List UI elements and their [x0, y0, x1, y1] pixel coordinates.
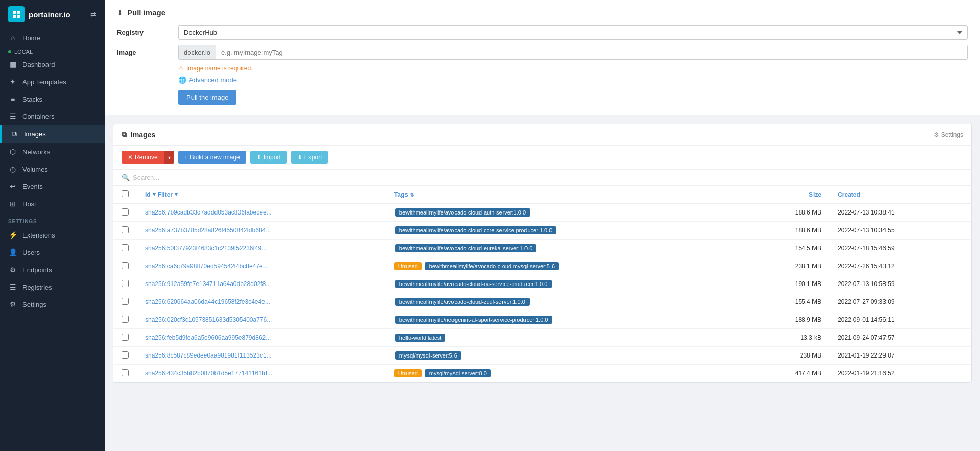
- created-col-header: Created: [838, 191, 861, 198]
- import-button[interactable]: ⬆ Import: [250, 151, 287, 164]
- sidebar-item-networks[interactable]: ⬡ Networks: [0, 143, 105, 160]
- extensions-icon: ⚡: [8, 231, 17, 239]
- tag-badge: bewithmeallmylife/avocado-cloud-oa-servi…: [395, 280, 552, 288]
- remove-button[interactable]: ✕ Remove: [122, 151, 164, 164]
- image-row: Image docker.io: [117, 45, 968, 60]
- tags-sort-icon[interactable]: ⇅: [410, 192, 414, 198]
- search-input[interactable]: [133, 174, 963, 181]
- image-id-link[interactable]: sha256:020cf3c10573851633d5305400a776...: [145, 316, 272, 323]
- svg-rect-0: [13, 11, 16, 14]
- export-button[interactable]: ⬇ Export: [291, 151, 328, 164]
- sidebar-item-home[interactable]: ⌂ Home: [0, 29, 105, 46]
- pull-image-button[interactable]: Pull the image: [178, 90, 236, 105]
- svg-rect-3: [17, 15, 20, 18]
- remove-caret-button[interactable]: ▾: [164, 151, 174, 164]
- size-col-header: Size: [809, 191, 821, 198]
- image-size-cell: 154.5 MB: [740, 240, 829, 257]
- image-id-link[interactable]: sha256:434c35b82b0870b1d5e177141161fd...: [145, 370, 272, 377]
- image-prefix: docker.io: [179, 45, 216, 59]
- image-size-cell: 238.1 MB: [740, 257, 829, 275]
- row-checkbox[interactable]: [122, 334, 129, 341]
- image-id-link[interactable]: sha256:50f377923f4683c1c2139f52236f49...: [145, 245, 267, 252]
- row-checkbox[interactable]: [122, 244, 129, 251]
- id-col-header: Id: [145, 191, 151, 198]
- transfer-icon[interactable]: ⇄: [90, 10, 97, 18]
- build-image-button[interactable]: + Build a new image: [178, 151, 246, 164]
- image-created-cell: 2022-07-26 15:43:12: [829, 257, 971, 275]
- row-checkbox[interactable]: [122, 208, 129, 216]
- image-id-cell: sha256:ca6c79a98ff70ed594542f4bc8e47e...: [137, 257, 386, 275]
- image-created-cell: 2022-07-27 09:33:09: [829, 293, 971, 311]
- image-size-cell: 190.1 MB: [740, 275, 829, 293]
- image-id-cell: sha256:50f377923f4683c1c2139f52236f49...: [137, 240, 386, 257]
- filter-icon[interactable]: ▾: [153, 191, 156, 198]
- image-created-cell: 2022-01-19 21:16:52: [829, 365, 971, 383]
- image-id-cell: sha256:020cf3c10573851633d5305400a776...: [137, 311, 386, 329]
- table-row: sha256:7b9cadb33d7addd053ac806fabecee...…: [113, 203, 971, 222]
- image-input[interactable]: [216, 45, 967, 59]
- image-id-link[interactable]: sha256:8c587c89edee0aa981981f113523c1...: [145, 352, 272, 359]
- select-all-checkbox[interactable]: [122, 190, 129, 197]
- row-checkbox[interactable]: [122, 262, 129, 269]
- sidebar-item-events[interactable]: ↩ Events: [0, 178, 105, 195]
- import-icon: ⬆: [256, 154, 261, 161]
- row-checkbox[interactable]: [122, 280, 129, 287]
- row-checkbox[interactable]: [122, 316, 129, 323]
- app-title: portainer.io: [29, 10, 70, 19]
- section-settings-link[interactable]: ⚙ Settings: [934, 131, 963, 138]
- host-icon: ⊞: [8, 200, 17, 208]
- pull-image-section: ⬇ Pull image Registry DockerHub Image do…: [105, 0, 980, 115]
- image-id-cell: sha256:7b9cadb33d7addd053ac806fabecee...: [137, 203, 386, 222]
- advanced-mode-link[interactable]: 🌐 Advanced mode: [178, 76, 968, 84]
- svg-rect-2: [13, 15, 16, 18]
- main-content: ⬇ Pull image Registry DockerHub Image do…: [105, 0, 980, 451]
- sidebar-item-dashboard[interactable]: ▦ Dashboard: [0, 56, 105, 73]
- sidebar-item-users[interactable]: 👤 Users: [0, 244, 105, 261]
- table-row: sha256:020cf3c10573851633d5305400a776...…: [113, 311, 971, 329]
- image-id-link[interactable]: sha256:ca6c79a98ff70ed594542f4bc8e47e...: [145, 263, 268, 270]
- dashboard-icon: ▦: [8, 60, 17, 68]
- image-id-link[interactable]: sha256:a737b3785d28a826f4550842fdb684...: [145, 227, 271, 234]
- events-icon: ↩: [8, 182, 17, 191]
- row-checkbox[interactable]: [122, 369, 129, 376]
- sidebar-item-volumes[interactable]: ◷ Volumes: [0, 160, 105, 178]
- tag-badge: bewithmeallmylife/avocado-cloud-eureka-s…: [395, 244, 536, 252]
- tag-badge: hello-world:latest: [395, 334, 446, 342]
- sidebar-item-registries[interactable]: ☰ Registries: [0, 278, 105, 296]
- sidebar-item-extensions[interactable]: ⚡ Extensions: [0, 226, 105, 244]
- sidebar-item-images[interactable]: ⧉ Images: [0, 125, 105, 143]
- filter-funnel-icon[interactable]: ▾: [175, 191, 178, 198]
- image-size-cell: 155.4 MB: [740, 293, 829, 311]
- image-created-cell: 2022-09-01 14:56:11: [829, 311, 971, 329]
- image-id-link[interactable]: sha256:7b9cadb33d7addd053ac806fabecee...: [145, 209, 272, 216]
- tag-badge: bewithmeallmylife/avocado-cloud-auth-ser…: [395, 208, 530, 217]
- sidebar-item-containers[interactable]: ☰ Containers: [0, 108, 105, 125]
- sidebar: portainer.io ⇄ ⌂ Home LOCAL ▦ Dashboard …: [0, 0, 105, 451]
- image-tags-cell: bewithmeallmylife/avocado-cloud-zuul-ser…: [386, 293, 741, 311]
- remove-button-group: ✕ Remove ▾: [122, 151, 174, 164]
- sidebar-item-stacks[interactable]: ≡ Stacks: [0, 90, 105, 108]
- sidebar-item-host[interactable]: ⊞ Host: [0, 195, 105, 212]
- registry-select[interactable]: DockerHub: [178, 25, 968, 40]
- sidebar-item-endpoints[interactable]: ⚙ Endpoints: [0, 261, 105, 278]
- row-checkbox[interactable]: [122, 226, 129, 233]
- networks-icon: ⬡: [8, 148, 17, 156]
- home-icon: ⌂: [8, 34, 17, 42]
- image-id-link[interactable]: sha256:620664aa06da44c19658f2fe3c4e4e...: [145, 298, 270, 305]
- filter-label: Filter: [158, 191, 173, 198]
- images-toolbar: ✕ Remove ▾ + Build a new image ⬆ Import …: [113, 146, 971, 170]
- sidebar-item-app-templates[interactable]: ✦ App Templates: [0, 73, 105, 90]
- row-checkbox[interactable]: [122, 298, 129, 305]
- image-id-link[interactable]: sha256:feb5d9fea6a5e9606aa995e879d862...: [145, 334, 271, 341]
- image-tags-cell: mysql/mysql-server:5.6: [386, 347, 741, 365]
- row-checkbox[interactable]: [122, 351, 129, 359]
- image-id-link[interactable]: sha256:912a59fe7e134711a64a0db28d02f8...: [145, 280, 271, 288]
- image-size-cell: 13.3 kB: [740, 329, 829, 347]
- search-row: 🔍: [113, 170, 971, 186]
- image-created-cell: 2022-07-13 10:38:41: [829, 203, 971, 222]
- sidebar-item-settings[interactable]: ⚙ Settings: [0, 296, 105, 313]
- local-env-badge: LOCAL: [0, 46, 105, 56]
- tag-badge: mysql/mysql-server:8.0: [425, 369, 491, 377]
- image-id-cell: sha256:a737b3785d28a826f4550842fdb684...: [137, 222, 386, 240]
- tag-badge: bewithmeallmylife/neogenint-al-sport-ser…: [395, 316, 553, 324]
